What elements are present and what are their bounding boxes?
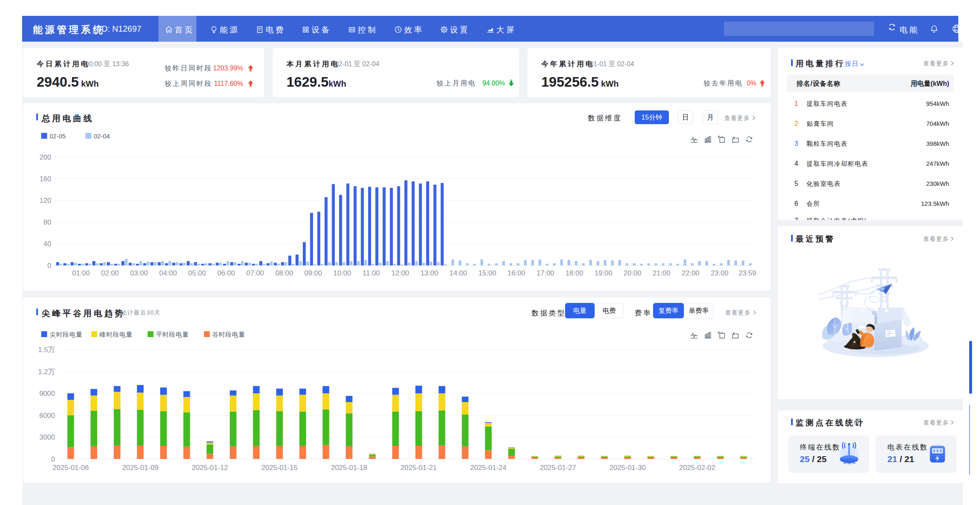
svg-text:6000: 6000 (39, 412, 55, 420)
svg-text:9000: 9000 (39, 390, 55, 398)
svg-text:2025-01-30: 2025-01-30 (609, 464, 646, 472)
svg-text:2025-01-12: 2025-01-12 (192, 464, 228, 472)
svg-text:80: 80 (43, 218, 51, 226)
svg-text:1.5万: 1.5万 (38, 346, 55, 354)
svg-text:22:00: 22:00 (682, 269, 700, 277)
svg-text:160: 160 (40, 175, 51, 183)
svg-text:06:00: 06:00 (217, 269, 235, 277)
svg-text:23:59: 23:59 (739, 269, 756, 277)
svg-text:3000: 3000 (39, 433, 55, 441)
svg-text:14:00: 14:00 (450, 269, 467, 277)
svg-text:40: 40 (43, 240, 51, 248)
svg-text:23:00: 23:00 (711, 269, 729, 277)
svg-text:18:00: 18:00 (565, 269, 583, 277)
svg-text:21:00: 21:00 (653, 269, 671, 277)
svg-text:0: 0 (51, 455, 55, 463)
svg-text:120: 120 (40, 197, 51, 205)
svg-text:2025-01-15: 2025-01-15 (261, 464, 298, 472)
svg-text:07:00: 07:00 (246, 269, 264, 277)
svg-text:15:00: 15:00 (478, 269, 496, 277)
svg-text:03:00: 03:00 (130, 269, 148, 277)
svg-text:16:00: 16:00 (508, 269, 525, 277)
svg-text:2025-01-09: 2025-01-09 (122, 464, 158, 472)
svg-text:2025-01-24: 2025-01-24 (470, 464, 507, 472)
svg-text:17:00: 17:00 (537, 269, 555, 277)
svg-text:2025-01-21: 2025-01-21 (401, 464, 437, 472)
svg-text:13:00: 13:00 (420, 269, 438, 277)
svg-text:2025-01-27: 2025-01-27 (540, 464, 576, 472)
svg-text:200: 200 (40, 153, 51, 161)
svg-text:20:00: 20:00 (623, 269, 641, 277)
svg-text:05:00: 05:00 (188, 269, 206, 277)
svg-text:0: 0 (48, 262, 51, 270)
svg-text:19:00: 19:00 (595, 269, 613, 277)
svg-text:08:00: 08:00 (275, 269, 293, 277)
svg-text:1.2万: 1.2万 (38, 368, 55, 376)
svg-text:2025-02-02: 2025-02-02 (679, 464, 715, 472)
svg-text:04:00: 04:00 (159, 269, 177, 277)
svg-text:02:00: 02:00 (101, 269, 119, 277)
svg-text:01:00: 01:00 (72, 269, 90, 277)
svg-text:2025-01-06: 2025-01-06 (53, 464, 89, 472)
svg-text:11:00: 11:00 (363, 269, 380, 277)
svg-text:12:00: 12:00 (392, 269, 410, 277)
svg-text:2025-01-18: 2025-01-18 (331, 464, 367, 472)
svg-text:09:00: 09:00 (304, 269, 322, 277)
svg-text:10:00: 10:00 (333, 269, 351, 277)
